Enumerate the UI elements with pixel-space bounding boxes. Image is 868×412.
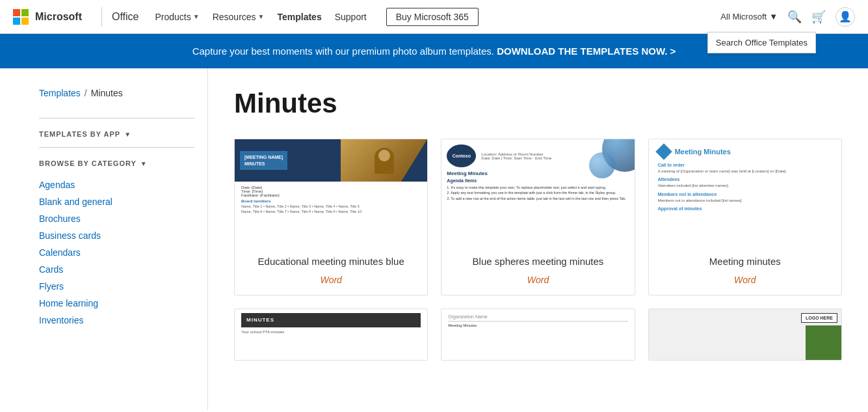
all-microsoft-dropdown[interactable]: All Microsoft ▼ bbox=[720, 12, 778, 21]
banner-cta[interactable]: DOWNLOAD THE TEMPLATES NOW. > bbox=[497, 46, 676, 57]
nav-resources[interactable]: Resources ▼ bbox=[213, 12, 265, 22]
breadcrumb-current: Minutes bbox=[91, 88, 123, 98]
products-chevron-icon: ▼ bbox=[193, 13, 200, 20]
category-brochures[interactable]: Brochures bbox=[39, 210, 194, 227]
template-preview-3: Meeting Minutes Call to order A meeting … bbox=[649, 139, 841, 243]
nav-support[interactable]: Support bbox=[335, 12, 367, 22]
template-card-4[interactable]: MINUTES Your school PTA minutes bbox=[234, 309, 428, 361]
header-divider bbox=[101, 7, 102, 27]
page-title: Minutes bbox=[234, 88, 842, 119]
main-content: Minutes [MEETING NAME]MINUTES bbox=[208, 68, 868, 410]
category-home-learning[interactable]: Home learning bbox=[39, 295, 194, 312]
resources-chevron-icon: ▼ bbox=[258, 13, 265, 20]
browse-by-category-section[interactable]: BROWSE BY CATEGORY ▼ bbox=[39, 159, 194, 167]
category-agendas[interactable]: Agendas bbox=[39, 176, 194, 193]
office-label: Office bbox=[112, 11, 139, 23]
nav-templates[interactable]: Templates bbox=[277, 12, 321, 22]
all-microsoft-chevron-icon: ▼ bbox=[769, 12, 778, 21]
ms-grid-icon bbox=[13, 9, 29, 25]
template-card-2[interactable]: Contoso Location: Address or Room Number… bbox=[441, 139, 635, 295]
template-info-3: Meeting minutes Word bbox=[649, 243, 841, 295]
sidebar-divider-2 bbox=[39, 147, 194, 148]
template-card-6[interactable]: LOGO HERE bbox=[648, 309, 842, 361]
template-info-2: Blue spheres meeting minutes Word bbox=[441, 243, 634, 295]
template-app-3: Word bbox=[659, 275, 832, 285]
sidebar: Templates / Minutes TEMPLATES BY APP ▼ B… bbox=[0, 68, 208, 410]
user-icon[interactable]: 👤 bbox=[835, 7, 855, 27]
category-inventories[interactable]: Inventories bbox=[39, 312, 194, 329]
category-cards[interactable]: Cards bbox=[39, 261, 194, 278]
category-business-cards[interactable]: Business cards bbox=[39, 227, 194, 244]
buy-button[interactable]: Buy Microsoft 365 bbox=[386, 8, 479, 26]
template-name-2: Blue spheres meeting minutes bbox=[451, 255, 624, 268]
main-layout: Templates / Minutes TEMPLATES BY APP ▼ B… bbox=[0, 68, 868, 410]
template-app-1: Word bbox=[244, 275, 417, 285]
category-blank-general[interactable]: Blank and general bbox=[39, 193, 194, 210]
template-name-3: Meeting minutes bbox=[659, 255, 832, 268]
category-flyers[interactable]: Flyers bbox=[39, 278, 194, 295]
templates-by-app-chevron-icon: ▼ bbox=[124, 131, 131, 138]
template-preview-1: [MEETING NAME]MINUTES bbox=[235, 139, 427, 243]
microsoft-logo[interactable]: Microsoft bbox=[13, 9, 82, 25]
sidebar-divider-1 bbox=[39, 118, 194, 118]
ms-brand-label: Microsoft bbox=[35, 11, 82, 23]
category-calendars[interactable]: Calendars bbox=[39, 244, 194, 261]
breadcrumb-templates-link[interactable]: Templates bbox=[39, 88, 81, 98]
template-card-3[interactable]: Meeting Minutes Call to order A meeting … bbox=[648, 139, 842, 295]
template-grid: [MEETING NAME]MINUTES bbox=[234, 139, 842, 361]
breadcrumb-separator: / bbox=[85, 88, 87, 98]
site-header: Microsoft Office Products ▼ Resources ▼ … bbox=[0, 0, 868, 34]
search-icon[interactable]: 🔍 bbox=[787, 10, 802, 24]
category-list: Agendas Blank and general Brochures Busi… bbox=[39, 176, 194, 329]
template-preview-2: Contoso Location: Address or Room Number… bbox=[441, 139, 634, 243]
nav-products[interactable]: Products ▼ bbox=[155, 12, 200, 22]
template-card-5[interactable]: Organization Name Meeting Minutes bbox=[441, 309, 635, 361]
search-tooltip: Search Office Templates bbox=[707, 32, 816, 53]
browse-by-category-chevron-icon: ▼ bbox=[140, 160, 148, 167]
breadcrumb: Templates / Minutes bbox=[39, 88, 194, 98]
template-info-1: Educational meeting minutes blue Word bbox=[235, 243, 427, 295]
templates-by-app-section[interactable]: TEMPLATES BY APP ▼ bbox=[39, 130, 194, 138]
banner-text: Capture your best moments with our premi… bbox=[192, 46, 494, 57]
template-name-1: Educational meeting minutes blue bbox=[244, 255, 417, 268]
header-right: All Microsoft ▼ 🔍 🛒 👤 Search Office Temp… bbox=[720, 7, 855, 27]
template-card-1[interactable]: [MEETING NAME]MINUTES bbox=[234, 139, 428, 295]
main-nav: Products ▼ Resources ▼ Templates Support… bbox=[155, 8, 479, 26]
template-app-2: Word bbox=[451, 275, 624, 285]
cart-icon[interactable]: 🛒 bbox=[811, 10, 826, 24]
